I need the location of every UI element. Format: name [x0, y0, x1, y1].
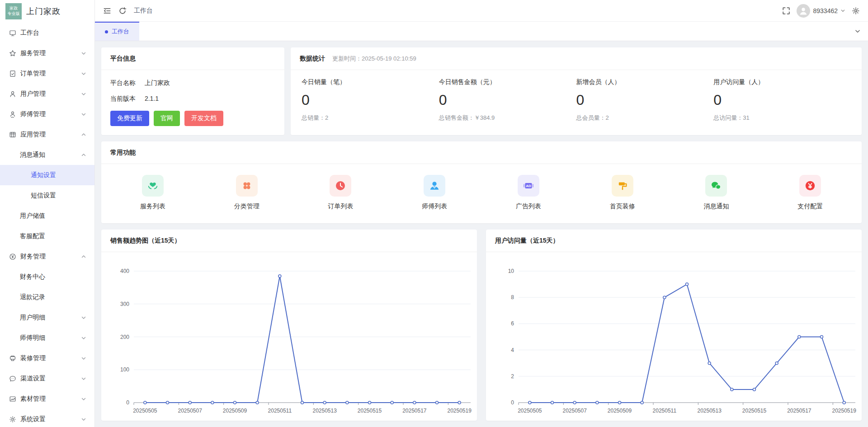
quick-item-category-mgmt[interactable]: 分类管理: [200, 175, 294, 211]
visits-chart-card: 用户访问量（近15天） 0246810202505052025050720250…: [486, 230, 862, 421]
svg-text:8: 8: [511, 294, 514, 300]
sidebar-item-label: 用户明细: [20, 314, 81, 322]
avatar[interactable]: [797, 4, 810, 18]
sidebar-item-master-detail[interactable]: 师傅明细: [0, 328, 94, 348]
chevron-down-icon: [81, 51, 86, 56]
sidebar-item-workbench[interactable]: 工作台: [0, 23, 94, 43]
svg-text:20250517: 20250517: [402, 408, 427, 414]
sidebar-item-label: 订单管理: [20, 70, 81, 78]
stat-label: 今日销售金额（元）: [439, 78, 576, 86]
sidebar-item-user-detail[interactable]: 用户明细: [0, 307, 94, 328]
tabbar: 工作台: [95, 22, 868, 41]
svg-text:20250507: 20250507: [178, 408, 202, 414]
svg-text:20250507: 20250507: [562, 408, 587, 414]
stat-today-sales: 今日销量（笔） 0 总销量：2: [302, 78, 439, 122]
platform-version-value: 2.1.1: [145, 95, 159, 102]
stat-label: 今日销量（笔）: [302, 78, 439, 86]
quick-item-master-list[interactable]: 师傅列表: [387, 175, 481, 211]
master-mgmt-icon: [9, 111, 16, 118]
sidebar-item-cs-config[interactable]: 客服配置: [0, 226, 94, 246]
sidebar-item-user-stored-value[interactable]: 用户储值: [0, 206, 94, 226]
quick-item-label: 首页装修: [610, 202, 635, 211]
svg-text:20250515: 20250515: [358, 408, 382, 414]
svg-text:0: 0: [126, 399, 129, 406]
decoration-mgmt-icon: [9, 355, 16, 362]
sidebar-item-refund-records[interactable]: 退款记录: [0, 287, 94, 307]
refresh-icon[interactable]: [118, 7, 127, 15]
svg-text:20250511: 20250511: [268, 408, 292, 414]
sidebar-item-material-mgmt[interactable]: 素材管理: [0, 389, 94, 409]
sidebar-item-label: 短信设置: [31, 192, 86, 200]
platform-info-title: 平台信息: [101, 47, 284, 70]
finance-mgmt-icon: [9, 253, 16, 260]
sidebar-item-service-mgmt[interactable]: 服务管理: [0, 43, 94, 63]
platform-info-body: 平台名称 上门家政 当前版本 2.1.1 免费更新官网开发文档: [101, 70, 284, 135]
sidebar-item-order-mgmt[interactable]: 订单管理: [0, 63, 94, 84]
quick-item-label: 分类管理: [234, 202, 259, 211]
tab-workbench[interactable]: 工作台: [95, 22, 139, 41]
sidebar-item-finance-center[interactable]: 财务中心: [0, 267, 94, 287]
statistics-body: 今日销量（笔） 0 总销量：2今日销售金额（元） 0 总销售金额：￥384.9新…: [291, 70, 862, 132]
clock-icon: [330, 175, 351, 197]
quick-functions-title: 常用功能: [101, 141, 862, 164]
chevron-down-icon: [81, 112, 86, 117]
stat-total: 总访问量：31: [713, 114, 851, 122]
quick-item-label: 订单列表: [328, 202, 353, 211]
person-icon: [424, 175, 445, 197]
material-mgmt-icon: [9, 395, 16, 403]
app-logo: 家政 专业版: [5, 3, 22, 19]
sidebar-item-label: 工作台: [20, 29, 86, 37]
chevron-up-icon: [81, 132, 86, 137]
breadcrumb: 工作台: [134, 7, 153, 15]
channel-settings-icon: [9, 375, 16, 382]
user-menu[interactable]: 8933462: [797, 4, 845, 18]
sidebar-item-label: 财务中心: [20, 273, 86, 281]
sidebar-item-channel-settings[interactable]: 渠道设置: [0, 368, 94, 389]
tab-label: 工作台: [112, 28, 129, 36]
quick-item-message-notify[interactable]: 消息通知: [670, 175, 764, 211]
quick-item-label: 支付配置: [797, 202, 823, 211]
sidebar-item-app-mgmt[interactable]: 应用管理: [0, 124, 94, 145]
sidebar-item-sms-settings[interactable]: 短信设置: [0, 185, 94, 206]
svg-text:20250513: 20250513: [697, 408, 722, 414]
sidebar-item-notify-settings[interactable]: 通知设置: [0, 165, 94, 185]
sidebar-item-label: 系统设置: [20, 415, 81, 423]
sidebar-item-system-settings[interactable]: 系统设置: [0, 409, 94, 427]
chevron-down-icon: [81, 315, 86, 320]
charts-row: 销售额趋势图（近15天） 010020030040020250505202505…: [101, 230, 862, 421]
sidebar-item-decoration-mgmt[interactable]: 装修管理: [0, 348, 94, 368]
logo-row: 家政 专业版 上门家政: [0, 0, 94, 23]
stat-value: 0: [439, 92, 576, 108]
quick-item-home-decoration[interactable]: 首页装修: [576, 175, 670, 211]
sales-trend-chart: 0100200300400202505052025050720250509202…: [101, 252, 477, 421]
collapse-menu-icon[interactable]: [103, 7, 111, 15]
sidebar-item-label: 师傅明细: [20, 334, 81, 342]
official-site-button[interactable]: 官网: [154, 111, 180, 126]
sidebar-item-message-notify[interactable]: 消息通知: [0, 145, 94, 165]
logo-line1: 家政: [9, 6, 18, 11]
visits-chart: 0246810202505052025050720250509202505112…: [486, 252, 862, 421]
quick-functions-body: 服务列表 分类管理 订单列表 师傅列表AD 广告列表 首页装修 消息通知 支付配…: [101, 164, 862, 223]
svg-text:4: 4: [511, 347, 514, 353]
quick-item-ad-list[interactable]: AD 广告列表: [481, 175, 576, 211]
system-settings-icon: [9, 416, 16, 423]
dev-docs-button[interactable]: 开发文档: [184, 111, 223, 126]
free-update-button[interactable]: 免费更新: [110, 111, 149, 126]
quick-item-order-list[interactable]: 订单列表: [294, 175, 388, 211]
sidebar-item-finance-mgmt[interactable]: 财务管理: [0, 246, 94, 267]
fullscreen-icon[interactable]: [782, 7, 790, 15]
sidebar-item-label: 通知设置: [31, 171, 86, 179]
sidebar-item-label: 财务管理: [20, 253, 81, 261]
quick-item-payment-config[interactable]: 支付配置: [763, 175, 857, 211]
chevron-down-icon: [81, 356, 86, 361]
stat-new-members: 新增会员（人） 0 总会员量：2: [576, 78, 714, 122]
quick-item-service-list[interactable]: 服务列表: [106, 175, 200, 211]
sidebar-item-user-mgmt[interactable]: 用户管理: [0, 84, 94, 104]
tab-options-chevron-icon[interactable]: [854, 28, 861, 34]
sidebar-item-label: 师傅管理: [20, 110, 81, 118]
svg-text:20250509: 20250509: [223, 408, 247, 414]
sidebar-item-master-mgmt[interactable]: 师傅管理: [0, 104, 94, 124]
settings-gear-icon[interactable]: [852, 7, 860, 15]
clover-icon: [236, 175, 258, 197]
statistics-header: 数据统计 更新时间：2025-05-19 02:10:59: [291, 47, 862, 70]
